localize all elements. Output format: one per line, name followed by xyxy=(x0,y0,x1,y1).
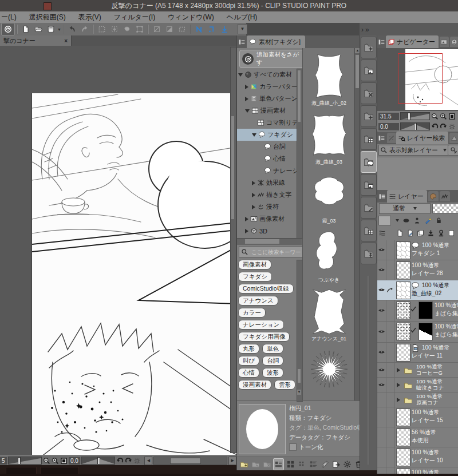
save-dropdown-icon[interactable]: ▼ xyxy=(57,27,61,31)
tree-expand-icon[interactable] xyxy=(245,85,248,89)
layer-thumbnail[interactable] xyxy=(396,449,410,466)
toolbar-overflow-button[interactable]: ▼ xyxy=(238,24,247,34)
canvas-rotation-value[interactable]: 0.0 xyxy=(69,457,80,465)
folder-sparkle-button[interactable] xyxy=(361,37,377,58)
zoom-out-icon[interactable] xyxy=(43,457,50,465)
fit-to-window-icon[interactable] xyxy=(60,457,68,465)
folder-sparkle-2-button[interactable] xyxy=(361,105,377,127)
find-more-materials-button[interactable]: 追加素材をさがす xyxy=(239,50,306,68)
layer-thumbnail[interactable] xyxy=(396,261,410,279)
visibility-eye-icon[interactable] xyxy=(378,348,385,356)
clip-studio-logo-button[interactable] xyxy=(1,23,15,35)
visibility-eye-icon[interactable] xyxy=(378,286,385,293)
layer-search-scope-dropdown[interactable]: 表示対象レイヤー xyxy=(378,145,448,156)
tree-expand-icon[interactable] xyxy=(245,97,248,101)
tag-chip-11[interactable]: 心情 xyxy=(238,368,259,378)
panel-menu-icon[interactable] xyxy=(238,37,246,46)
document-tab[interactable]: 撃のコナー × xyxy=(0,35,72,46)
tree-expand-icon[interactable] xyxy=(252,193,255,197)
scrollbar-thumb[interactable] xyxy=(298,369,301,383)
tree-item-5[interactable]: フキダシ xyxy=(237,129,297,141)
layer-thumbnail[interactable] xyxy=(396,241,410,259)
tree-collapse-icon[interactable] xyxy=(238,73,243,77)
material-tab[interactable]: 素材[フキダシ] xyxy=(247,35,305,48)
folder-figure-button[interactable] xyxy=(361,243,377,264)
layer-thumbnail[interactable] xyxy=(396,281,410,299)
lock-layer-icon[interactable] xyxy=(435,217,443,224)
tag-chip-2[interactable]: ComicStudio収録 xyxy=(238,284,294,293)
clear-button[interactable] xyxy=(151,23,163,35)
navigator-view-frame[interactable] xyxy=(398,53,443,104)
tag-chip-8[interactable]: 単色 xyxy=(262,344,283,354)
layer-row-4[interactable]: 100 %通常まばら集中 xyxy=(377,322,458,343)
tree-item-6[interactable]: 台詞 xyxy=(237,141,297,153)
tree-item-0[interactable]: すべての素材 xyxy=(237,69,297,81)
tag-chip-13[interactable]: 漫画素材 xyxy=(238,380,271,390)
tree-expand-icon[interactable] xyxy=(252,205,255,209)
new-layer-icon[interactable] xyxy=(396,229,404,237)
tree-item-11[interactable]: 漫符 xyxy=(237,201,297,213)
tag-chip-6[interactable]: フキダシ用画像 xyxy=(238,332,290,342)
tag-chip-0[interactable]: 画像素材 xyxy=(238,260,271,269)
redo-button[interactable] xyxy=(78,23,91,35)
folder-balloon-button[interactable] xyxy=(361,151,377,173)
canvas-zoom-value[interactable]: 5 xyxy=(0,457,7,465)
navigator-rotation-slider[interactable] xyxy=(400,122,430,130)
rotate-right-icon[interactable] xyxy=(440,123,447,130)
visibility-eye-icon[interactable] xyxy=(378,381,385,388)
tab-navigator[interactable]: ナビゲーター xyxy=(386,35,439,48)
scroll-down-arrow[interactable]: ▼ xyxy=(297,390,301,395)
folder-cross-button[interactable] xyxy=(361,82,377,104)
rotate-left-icon[interactable] xyxy=(116,457,124,465)
tree-item-3[interactable]: 漫画素材 xyxy=(237,105,297,117)
layer-row-2[interactable]: 100 %通常激_曲線_02 xyxy=(377,280,458,300)
tab-layer[interactable]: レイヤー xyxy=(387,190,427,203)
dock-collapse-arrows[interactable]: › » xyxy=(360,24,378,35)
panel-menu-icon[interactable] xyxy=(378,133,385,142)
view-small-grid-button[interactable] xyxy=(297,459,307,470)
visibility-eye-icon[interactable] xyxy=(378,366,385,374)
deselect-button[interactable] xyxy=(96,23,108,35)
canvas-rotation-slider[interactable] xyxy=(81,457,115,465)
tree-item-10[interactable]: 描き文字 xyxy=(237,189,297,201)
tag-chip-7[interactable]: 丸形 xyxy=(238,344,259,354)
layer-thumbnail[interactable] xyxy=(396,302,410,319)
hscroll-left-arrow[interactable]: ◀ xyxy=(144,457,152,465)
menu-item-1[interactable]: 選択範囲(S) xyxy=(23,11,72,23)
layer-thumbnail[interactable] xyxy=(396,323,410,340)
zoom-in-icon[interactable] xyxy=(52,457,59,465)
delete-folder-button[interactable] xyxy=(262,459,272,470)
material-settings-button[interactable] xyxy=(342,459,352,470)
snap-ruler-button[interactable] xyxy=(193,23,206,35)
register-material-button[interactable] xyxy=(320,459,330,470)
tree-expand-icon[interactable] xyxy=(252,181,255,185)
tag-chip-12[interactable]: 波形 xyxy=(262,368,283,378)
panel-splitter[interactable] xyxy=(368,276,369,465)
navigator-rotation-value[interactable]: 0.0 xyxy=(378,123,399,130)
pen-color-icon[interactable] xyxy=(424,217,432,224)
combine-mode-box[interactable] xyxy=(378,216,391,225)
close-tab-icon[interactable]: × xyxy=(64,38,68,44)
tone-checkbox[interactable] xyxy=(289,443,297,451)
folder-pen-button[interactable] xyxy=(361,197,377,219)
tree-collapse-icon[interactable] xyxy=(252,133,256,137)
new-vector-layer-icon[interactable] xyxy=(406,229,414,237)
visibility-eye-icon[interactable] xyxy=(378,328,385,335)
layer-mask-thumbnail[interactable] xyxy=(418,323,433,340)
canvas-zoom-slider[interactable] xyxy=(8,457,42,465)
panel-menu-icon[interactable] xyxy=(378,37,385,46)
tab-layer-property-icon[interactable] xyxy=(428,191,439,201)
material-item-5[interactable] xyxy=(303,343,355,400)
menu-item-3[interactable]: フィルター(I) xyxy=(108,11,161,23)
tree-item-2[interactable]: 単色パターン xyxy=(237,93,297,105)
visibility-eye-icon[interactable] xyxy=(378,307,385,314)
folder-expand-icon[interactable] xyxy=(397,398,400,402)
tab-triangle-icon[interactable] xyxy=(449,133,458,143)
scrollbar-thumb[interactable] xyxy=(231,116,234,219)
zoom-in-icon[interactable] xyxy=(440,113,447,120)
layer-mask-thumbnail[interactable] xyxy=(418,302,433,319)
tag-chip-1[interactable]: フキダシ xyxy=(238,272,272,281)
layer-row-0[interactable]: 100 %通常フキダシ 1 xyxy=(377,240,458,260)
merge-down-icon[interactable] xyxy=(427,229,435,237)
move-selection-button[interactable] xyxy=(108,23,121,35)
